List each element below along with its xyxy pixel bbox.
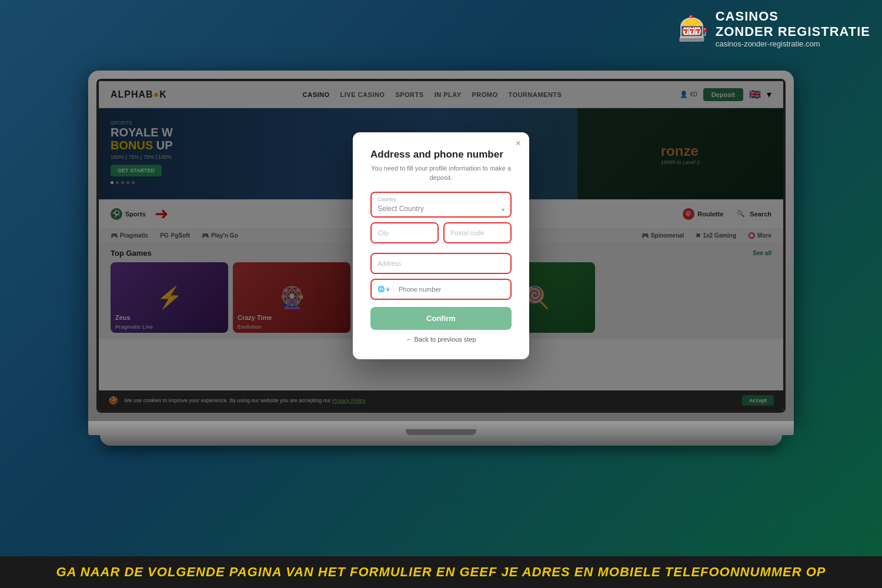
back-link[interactable]: ← Back to previous step bbox=[370, 336, 512, 343]
address-input[interactable] bbox=[372, 254, 510, 273]
logo-title-line2: ZONDER REGISTRATIE bbox=[716, 24, 870, 39]
phone-flag-selector[interactable]: 🌐 ∨ bbox=[372, 281, 394, 297]
laptop-bottom bbox=[100, 435, 782, 446]
confirm-button[interactable]: Confirm bbox=[370, 307, 512, 330]
modal-close-button[interactable]: × bbox=[516, 138, 521, 149]
laptop-base bbox=[88, 421, 794, 435]
logo-title-line1: CASINOS bbox=[716, 9, 870, 24]
modal-overlay: × Address and phone number You need to f… bbox=[99, 81, 783, 410]
city-input[interactable] bbox=[372, 223, 437, 242]
country-select-wrapper: Select Country ▾ bbox=[372, 202, 510, 216]
city-postal-row bbox=[370, 222, 512, 248]
modal-title: Address and phone number bbox=[370, 149, 512, 161]
phone-field: 🌐 ∨ bbox=[370, 279, 512, 300]
laptop-frame: ALPHAB●K CASINO LIVE CASINO SPORTS IN PL… bbox=[88, 71, 794, 421]
laptop-container: ALPHAB●K CASINO LIVE CASINO SPORTS IN PL… bbox=[88, 71, 794, 446]
address-phone-modal: × Address and phone number You need to f… bbox=[353, 132, 529, 359]
site-logo: 🎰 CASINOS ZONDER REGISTRATIE casinos-zon… bbox=[678, 9, 870, 48]
postal-input[interactable] bbox=[445, 223, 510, 242]
bottom-caption: GA NAAR DE VOLGENDE PAGINA VAN HET FORMU… bbox=[0, 556, 882, 588]
country-label: Country bbox=[372, 193, 510, 202]
laptop-hinge bbox=[406, 429, 476, 435]
laptop-screen: ALPHAB●K CASINO LIVE CASINO SPORTS IN PL… bbox=[99, 81, 783, 410]
globe-icon: 🌐 bbox=[377, 286, 385, 292]
logo-url: casinos-zonder-registratie.com bbox=[716, 39, 870, 48]
address-field bbox=[370, 253, 512, 274]
logo-text-block: CASINOS ZONDER REGISTRATIE casinos-zonde… bbox=[716, 9, 870, 48]
phone-chevron-icon: ∨ bbox=[386, 286, 390, 292]
logo-icon: 🎰 bbox=[678, 16, 709, 41]
postal-field bbox=[443, 222, 512, 243]
laptop-screen-border: ALPHAB●K CASINO LIVE CASINO SPORTS IN PL… bbox=[96, 79, 786, 413]
phone-input[interactable] bbox=[394, 280, 510, 299]
modal-subtitle: You need to fill your profile informatio… bbox=[370, 164, 512, 182]
city-field bbox=[370, 222, 439, 243]
site-content: ALPHAB●K CASINO LIVE CASINO SPORTS IN PL… bbox=[99, 81, 783, 410]
country-field: Country Select Country ▾ bbox=[370, 192, 512, 218]
country-select[interactable]: Select Country bbox=[372, 202, 510, 216]
